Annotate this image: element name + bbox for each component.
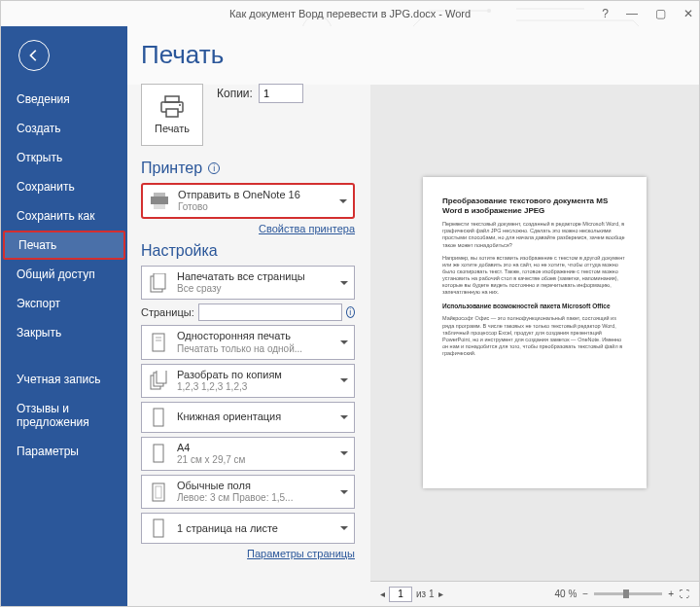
zoom-slider[interactable] [594,592,662,595]
sidebar-item-open[interactable]: Открыть [1,143,127,172]
print-settings-panel: Печать Печать Копии: Принтер [127,26,370,606]
sidebar-item-account[interactable]: Учетная запись [1,365,127,394]
sidebar-item-info[interactable]: Сведения [1,85,127,114]
back-button[interactable] [18,40,50,71]
info-icon[interactable]: i [346,306,355,318]
preview-status-bar: ◂ из 1 ▸ 40 % − + ⛶ [370,581,699,606]
sidebar-item-print[interactable]: Печать [3,231,125,260]
doc-heading: Преобразование текстового документа MS W… [442,196,627,215]
svg-rect-17 [154,445,163,462]
svg-rect-9 [154,273,165,289]
margins-icon [148,482,169,503]
zoom-in-icon[interactable]: + [668,589,674,599]
chevron-down-icon [340,378,348,382]
svg-rect-1 [165,96,179,102]
pages-input[interactable] [198,304,342,321]
print-range-dropdown[interactable]: Напечатать все страницыВсе сразу [141,266,355,300]
margins-dropdown[interactable]: Обычные поляЛевое: 3 см Правое: 1,5... [141,475,355,509]
svg-rect-15 [157,371,166,383]
print-button[interactable]: Печать [141,84,203,146]
chevron-down-icon [340,415,348,419]
one-side-icon [148,332,169,353]
svg-rect-5 [151,196,168,204]
orientation-dropdown[interactable]: Книжная ориентация [141,402,355,433]
printer-status: Готово [178,201,332,213]
chevron-down-icon [339,199,347,203]
printer-device-icon [149,191,170,212]
printer-name: Отправить в OneNote 16 [178,189,332,201]
collate-dropdown[interactable]: Разобрать по копиям1,2,3 1,2,3 1,2,3 [141,364,355,398]
sidebar-item-options[interactable]: Параметры [1,437,127,466]
svg-rect-20 [154,519,163,537]
chevron-down-icon [340,526,348,530]
printer-dropdown[interactable]: Отправить в OneNote 16 Готово [141,183,355,219]
zoom-out-icon[interactable]: − [582,589,588,599]
printer-section-title: Принтер i [141,160,355,177]
page-number-input[interactable] [389,587,412,602]
backstage-sidebar: Сведения Создать Открыть Сохранить Сохра… [1,26,127,606]
setup-section-title: Настройка [141,242,355,260]
next-page-icon[interactable]: ▸ [438,589,443,599]
svg-rect-3 [166,109,178,117]
svg-rect-6 [154,193,165,196]
svg-point-0 [487,9,491,13]
chevron-down-icon [340,451,348,455]
sidebar-item-export[interactable]: Экспорт [1,289,127,318]
pages-label: Страницы: [141,306,194,318]
sides-dropdown[interactable]: Односторонняя печатьПечатать только на о… [141,325,355,359]
info-icon[interactable]: i [208,162,220,174]
fit-page-icon[interactable]: ⛶ [680,589,689,599]
sidebar-item-new[interactable]: Создать [1,114,127,143]
sidebar-item-close[interactable]: Закрыть [1,318,127,347]
sidebar-item-feedback[interactable]: Отзывы и предложения [1,394,127,437]
preview-page: Преобразование текстового документа MS W… [423,177,647,488]
one-page-icon [148,518,169,539]
paper-size-dropdown[interactable]: A421 см x 29,7 см [141,437,355,471]
page-setup-link[interactable]: Параметры страницы [141,548,355,559]
prev-page-icon[interactable]: ◂ [380,589,385,599]
copies-label: Копии: [217,87,253,100]
svg-point-4 [179,104,181,106]
page-count-label: из 1 [416,589,435,599]
chevron-down-icon [340,340,348,344]
print-preview-panel: Преобразование текстового документа MS W… [370,85,699,606]
chevron-down-icon [340,490,348,494]
svg-rect-16 [154,409,163,426]
svg-rect-7 [154,204,165,209]
chevron-down-icon [340,281,348,285]
portrait-icon [148,407,169,428]
sidebar-item-save[interactable]: Сохранить [1,172,127,201]
printer-icon [158,95,186,119]
page-size-icon [148,443,169,464]
zoom-label: 40 % [555,589,578,599]
sidebar-item-share[interactable]: Общий доступ [1,260,127,289]
pages-icon [148,272,169,294]
pages-per-sheet-dropdown[interactable]: 1 страница на листе [141,513,355,544]
svg-rect-10 [153,334,164,351]
copies-input[interactable] [259,84,303,103]
collate-icon [148,370,169,391]
sidebar-item-saveas[interactable]: Сохранить как [1,201,127,231]
page-title: Печать [141,40,355,70]
printer-properties-link[interactable]: Свойства принтера [141,223,355,234]
